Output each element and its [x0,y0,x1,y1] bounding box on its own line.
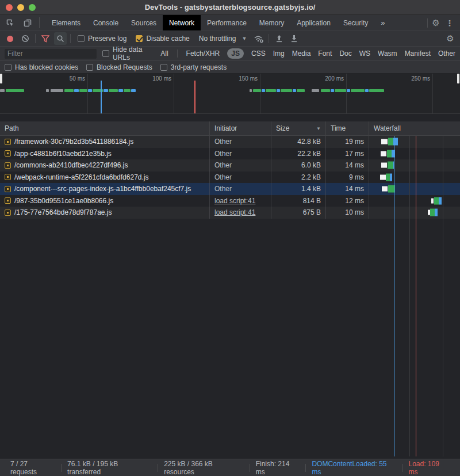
filter-bar: Hide data URLs All Fetch/XHR JS CSS Img … [0,47,460,61]
table-row[interactable]: /987-35b0d9551ce1ae0b8066.js load script… [0,195,460,207]
checkbox-unchecked[interactable] [5,64,12,71]
request-size: 1.4 kB [271,183,326,195]
clear-network-log-icon[interactable] [19,32,32,45]
tab-network[interactable]: Network [163,15,201,31]
column-header-path[interactable]: Path [0,121,210,135]
search-icon[interactable] [54,32,67,45]
filter-pill-other[interactable]: Other [438,48,455,59]
waterfall-bar[interactable] [369,148,460,160]
table-row[interactable]: /175-77e7564bde78d9f787ae.js load script… [0,207,460,219]
tab-application[interactable]: Application [290,15,337,31]
table-row[interactable]: /webpack-runtime-a5f2261cfda6bdfd627d.js… [0,172,460,184]
overview-resource-segment [347,89,350,92]
script-file-icon [5,210,11,216]
filter-pill-img[interactable]: Img [273,48,285,59]
record-network-log-icon[interactable] [7,36,13,42]
network-settings-gear-icon[interactable]: ⚙ [444,32,457,45]
column-header-initiator[interactable]: Initiator [210,121,271,135]
devtools-tab-bar: Elements Console Sources Network Perform… [0,15,460,31]
filter-pill-media[interactable]: Media [292,48,311,59]
title-bar: DevTools - gatsbystarterblogsource.gatsb… [0,0,460,15]
script-file-icon [5,162,11,169]
overview-right-handle[interactable] [457,74,459,83]
domcontentloaded-time: DOMContentLoaded: 55 ms [306,460,402,476]
table-row-selected[interactable]: /component---src-pages-index-js-a1bc4ffb… [0,183,460,195]
resource-type-filters: All Fetch/XHR JS CSS Img Media Font Doc … [160,47,455,60]
third-party-requests-checkbox[interactable]: 3rd-party requests [160,63,227,71]
column-header-time[interactable]: Time [326,121,369,135]
disable-cache-label: Disable cache [146,35,189,43]
table-row[interactable]: /app-c4881b6f10aebd21e35b.js Other 22.2 … [0,148,460,160]
filter-pill-css[interactable]: CSS [251,48,266,59]
inspect-element-icon[interactable] [3,17,17,29]
throttling-dropdown[interactable]: No throttling ▼ [195,35,251,43]
initiator-link[interactable]: load script:41 [214,208,255,216]
tab-console[interactable]: Console [87,15,125,31]
checkbox-checked[interactable] [136,35,143,42]
checkbox-unchecked[interactable] [78,35,85,42]
overview-resource-segment [365,89,369,92]
blocked-requests-checkbox[interactable]: Blocked Requests [86,63,152,71]
tab-performance[interactable]: Performance [201,15,253,31]
waterfall-bar[interactable] [369,136,460,148]
filter-pill-js[interactable]: JS [227,48,244,59]
filter-pill-fetch-xhr[interactable]: Fetch/XHR [186,48,220,59]
request-initiator: Other [214,173,232,181]
filter-funnel-icon[interactable] [39,32,52,45]
waterfall-segment-green [388,162,393,169]
script-file-icon [5,139,11,145]
tab-elements[interactable]: Elements [45,15,87,31]
filter-pill-ws[interactable]: WS [359,48,370,59]
waterfall-bar[interactable] [369,183,460,195]
column-header-waterfall[interactable]: Waterfall [369,121,460,135]
waterfall-segment-green [386,173,390,181]
requests-count: 7 / 27 requests [5,460,61,476]
tab-security[interactable]: Security [337,15,374,31]
overview-resource-segment [277,89,280,92]
overview-resource-segment [262,89,265,92]
overview-timeline[interactable]: 50 ms100 ms150 ms200 ms250 ms [0,74,460,114]
preserve-log-checkbox[interactable]: Preserve log [74,35,130,43]
export-har-icon[interactable] [288,32,300,45]
filter-pill-wasm[interactable]: Wasm [378,48,397,59]
initiator-link[interactable]: load script:41 [214,197,255,205]
more-tabs-chevron-icon[interactable]: » [374,15,391,31]
device-toolbar-icon[interactable] [21,17,34,29]
settings-gear-icon[interactable]: ⚙ [429,17,443,29]
waterfall-bar[interactable] [369,195,460,207]
filter-pill-manifest[interactable]: Manifest [405,48,431,59]
overview-resource-segment [369,89,384,92]
disable-cache-checkbox[interactable]: Disable cache [132,35,193,43]
table-row[interactable]: /commons-ab2410dfbec4227df496.js Other 6… [0,159,460,172]
checkbox-unchecked[interactable] [86,64,93,71]
waterfall-segment-green [430,209,435,216]
tab-sources[interactable]: Sources [125,15,163,31]
has-blocked-cookies-checkbox[interactable]: Has blocked cookies [5,63,78,71]
filter-pill-font[interactable]: Font [318,48,332,59]
overview-resource-segment [46,89,49,92]
divider [39,17,40,28]
waterfall-segment-white [380,174,386,180]
waterfall-bar[interactable] [369,159,460,172]
checkbox-unchecked[interactable] [160,64,167,71]
overview-resource-segment [266,89,276,92]
column-header-size[interactable]: Size▼ [271,121,326,135]
waterfall-segment-blue [435,209,438,216]
waterfall-bar[interactable] [369,207,460,219]
request-path: /commons-ab2410dfbec4227df496.js [14,161,128,169]
filter-pill-doc[interactable]: Doc [339,48,351,59]
network-conditions-icon[interactable] [252,32,265,45]
more-options-icon[interactable]: ⋮ [443,17,457,29]
table-row[interactable]: /framework-30c79b2d3b5411886184.js Other… [0,136,460,148]
tab-memory[interactable]: Memory [253,15,290,31]
import-har-icon[interactable] [273,32,285,45]
waterfall-segment-green [388,138,393,146]
overview-resource-segment [0,89,5,92]
waterfall-bar[interactable] [369,172,460,184]
sort-descending-icon: ▼ [316,126,321,131]
checkbox-unchecked[interactable] [102,50,109,57]
hide-data-urls-checkbox[interactable]: Hide data URLs [102,45,155,62]
filter-pill-all[interactable]: All [160,48,168,59]
filter-input[interactable] [5,49,97,59]
overview-left-handle[interactable] [0,74,2,83]
